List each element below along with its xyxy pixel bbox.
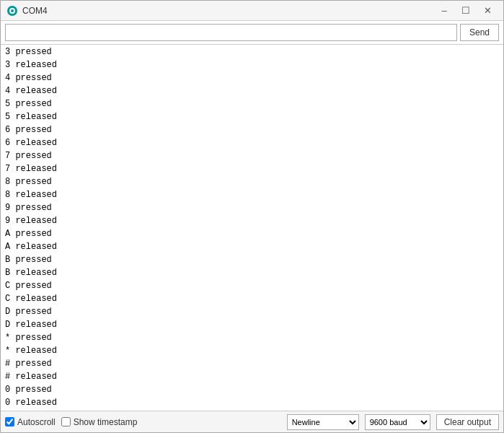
output-line: # released — [5, 370, 499, 383]
output-line: 7 released — [5, 162, 499, 175]
output-line: 5 pressed — [5, 97, 499, 110]
output-line: 7 pressed — [5, 149, 499, 162]
output-line: 6 pressed — [5, 123, 499, 136]
status-bar: Autoscroll Show timestamp No line ending… — [1, 411, 503, 432]
close-button[interactable]: ✕ — [477, 3, 498, 19]
output-line: 6 released — [5, 136, 499, 149]
window-controls: – ☐ ✕ — [434, 3, 498, 19]
output-line: * released — [5, 344, 499, 357]
output-line: 0 released — [5, 396, 499, 409]
title-bar: COM4 – ☐ ✕ — [1, 1, 503, 21]
output-line: 8 released — [5, 188, 499, 201]
output-line: D pressed — [5, 305, 499, 318]
output-line: D released — [5, 318, 499, 331]
send-input[interactable] — [5, 24, 457, 41]
maximize-button[interactable]: ☐ — [456, 3, 476, 19]
window-title: COM4 — [22, 6, 434, 16]
output-line: C pressed — [5, 279, 499, 292]
output-line: 3 released — [5, 58, 499, 71]
output-line: # pressed — [5, 357, 499, 370]
clear-output-button[interactable]: Clear output — [436, 414, 499, 430]
output-line: * pressed — [5, 331, 499, 344]
output-line: 4 released — [5, 84, 499, 97]
output-line: B pressed — [5, 253, 499, 266]
output-line: 9 released — [5, 214, 499, 227]
output-line: C released — [5, 292, 499, 305]
svg-point-2 — [11, 9, 14, 12]
output-line: 0 pressed — [5, 383, 499, 396]
output-line: A released — [5, 240, 499, 253]
main-window: COM4 – ☐ ✕ Send 1 pressed1 released2 pre… — [0, 0, 504, 433]
output-line: 3 pressed — [5, 45, 499, 58]
autoscroll-checkbox[interactable] — [5, 417, 14, 427]
minimize-button[interactable]: – — [434, 3, 454, 19]
autoscroll-label[interactable]: Autoscroll — [5, 417, 56, 427]
output-line: A pressed — [5, 227, 499, 240]
newline-select[interactable]: No line endingNewlineCarriage returnBoth… — [287, 414, 359, 430]
output-line: 4 pressed — [5, 71, 499, 84]
baud-select[interactable]: 300 baud1200 baud2400 baud4800 baud9600 … — [365, 414, 430, 430]
output-line: 8 pressed — [5, 175, 499, 188]
output-line: 5 released — [5, 110, 499, 123]
toolbar: Send — [1, 21, 503, 45]
timestamp-label[interactable]: Show timestamp — [61, 417, 138, 427]
app-icon — [6, 5, 18, 17]
send-button[interactable]: Send — [460, 24, 499, 41]
output-area[interactable]: 1 pressed1 released2 pressed2 released3 … — [1, 45, 503, 411]
output-line: B released — [5, 266, 499, 279]
output-line: 9 pressed — [5, 201, 499, 214]
timestamp-checkbox[interactable] — [61, 417, 71, 427]
